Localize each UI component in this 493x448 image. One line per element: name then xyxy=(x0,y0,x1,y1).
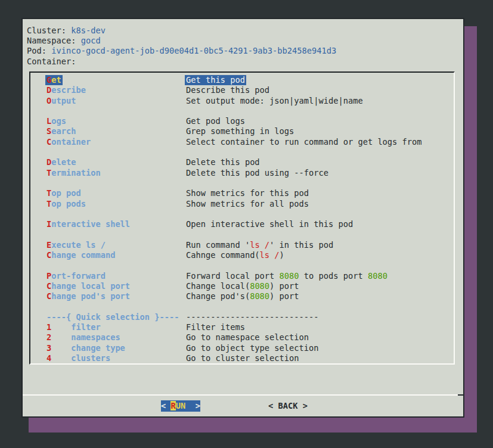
menu-item-describe[interactable]: DescribeDescribe this pod xyxy=(30,85,454,95)
menu-item-name: Termination xyxy=(45,168,102,178)
menu-item-name: 1 filter xyxy=(45,322,102,332)
menu-item-description: Go to object type selection xyxy=(185,343,320,353)
menu-item-description: Cahnge command(ls /) xyxy=(185,250,286,260)
cluster-label: Cluster: xyxy=(27,26,71,35)
menu-item-description: Go to cluster selection xyxy=(185,353,300,363)
menu-item-port-forward[interactable]: Port-forwardForward local port 8080 to p… xyxy=(30,271,454,281)
menu-item-name: Logs xyxy=(45,116,67,126)
menu-item-name: Port-forward xyxy=(45,271,107,281)
menu-item-hotkey: 2 xyxy=(46,332,51,342)
terminal-screen: Cluster:k8s-dev Namespace:gocd Pod:ivinc… xyxy=(0,0,493,448)
menu-item-name: Change pod's port xyxy=(45,291,131,301)
menu-item-search[interactable]: SearchGrep something in logs xyxy=(30,126,454,136)
back-button[interactable]: < BACK > xyxy=(268,400,308,412)
menu-item-name: Output xyxy=(45,96,77,106)
menu-item-change-pods-port[interactable]: Change pod's portChange pod's(8080) port xyxy=(30,291,454,301)
menu-item-description: Set output mode: json|yaml|wide|name xyxy=(185,96,364,106)
menu-row-blank xyxy=(30,106,454,116)
menu-item-name: Interactive shell xyxy=(45,219,131,229)
menu-item-execute-ls[interactable]: Execute ls /Run command 'ls /' in this p… xyxy=(30,240,454,250)
menu-item-delete[interactable]: DeleteDelete this pod xyxy=(30,157,454,167)
pod-line: Pod:ivinco-gocd-agent-job-d90e04d1-0bc5-… xyxy=(27,46,336,56)
menu-item-description: Show metrics for this pod xyxy=(185,188,310,198)
menu-item-description: Get this pod xyxy=(185,75,246,85)
menu-row-blank xyxy=(30,209,454,219)
menu-item-top-pod[interactable]: Top podShow metrics for this pod xyxy=(30,188,454,198)
menu-item-name: Change local port xyxy=(45,281,131,291)
menu-item-termination[interactable]: TerminationDelete this pod using --force xyxy=(30,168,454,178)
menu-item-name: Top pod xyxy=(45,188,82,198)
menu-item-quick-clusters[interactable]: 4 clustersGo to cluster selection xyxy=(30,353,454,363)
context-header: Cluster:k8s-dev Namespace:gocd Pod:ivinc… xyxy=(27,26,336,67)
menu-item-description: --------------------------- xyxy=(185,312,320,322)
menu-item-quick-filter[interactable]: 1 filterFilter items xyxy=(30,322,454,332)
menu-item-description: Change local(8080) port xyxy=(185,281,300,291)
menu-item-hotkey: P xyxy=(46,271,51,281)
menu-item-description: Open interactive shell in this pod xyxy=(185,219,354,229)
menu-item-name: Get xyxy=(45,75,63,85)
menu-item-description: Change pod's(8080) port xyxy=(185,291,300,301)
menu-item-change-command[interactable]: Change commandCahnge command(ls /) xyxy=(30,250,454,260)
menu-item-description: Describe this pod xyxy=(185,85,271,95)
menu-item-description: Filter items xyxy=(185,322,246,332)
menu-item-description: Forward local port 8080 to pods port 808… xyxy=(185,271,389,281)
menu-item-name: Top pods xyxy=(45,199,87,209)
menu-item-name: Change command xyxy=(45,250,116,260)
menu-item-quick-namespaces[interactable]: 2 namespacesGo to namespace selection xyxy=(30,332,454,343)
menu-item-container[interactable]: ContainerSelect container to run command… xyxy=(30,137,454,147)
menu-item-hotkey: I xyxy=(46,219,51,229)
menu-item-hotkey: C xyxy=(46,281,51,291)
container-label: Container: xyxy=(27,57,81,66)
menu-item-hotkey: O xyxy=(46,96,51,105)
menu-item-description: Show metrics for all pods xyxy=(185,199,310,209)
menu-row-blank xyxy=(30,147,454,157)
menu-item-name: 4 clusters xyxy=(45,353,111,363)
menu-item-hotkey: G xyxy=(46,75,51,85)
menu-item-description: Delete this pod using --force xyxy=(185,168,330,178)
pod-actions-dialog: Cluster:k8s-dev Namespace:gocd Pod:ivinc… xyxy=(21,18,464,418)
menu-item-name: Delete xyxy=(45,157,77,167)
run-button[interactable]: < RUN > xyxy=(161,400,200,412)
menu-row-blank xyxy=(30,229,454,239)
menu-item-hotkey: C xyxy=(46,250,51,260)
menu-item-description: Get pod logs xyxy=(185,116,246,126)
run-button-hotkey: R xyxy=(170,401,175,410)
menu-item-name: 2 namespaces xyxy=(45,332,122,343)
menu-item-top-pods[interactable]: Top podsShow metrics for all pods xyxy=(30,199,454,209)
menu-item-hotkey: 4 xyxy=(46,353,51,363)
menu-item-hotkey: S xyxy=(46,126,51,136)
menu-item-hotkey: D xyxy=(46,157,51,167)
menu-item-interactive-shell[interactable]: Interactive shellOpen interactive shell … xyxy=(30,219,454,229)
menu-row-blank xyxy=(30,302,454,312)
container-line: Container: xyxy=(27,57,336,67)
menu-item-hotkey: T xyxy=(46,199,51,209)
menu-item-hotkey: 1 xyxy=(46,322,51,332)
run-button-prefix: < xyxy=(161,401,170,410)
menu-row-blank xyxy=(30,260,454,270)
pod-value: ivinco-gocd-agent-job-d90e04d1-0bc5-4291… xyxy=(51,46,336,55)
namespace-label: Namespace: xyxy=(27,36,81,45)
menu-item-hotkey: T xyxy=(46,168,51,178)
run-button-suffix: > xyxy=(185,401,200,410)
cluster-value: k8s-dev xyxy=(71,26,106,35)
menu-item-quick-selection-header: ----{ Quick selection }-----------------… xyxy=(30,312,454,322)
namespace-value: gocd xyxy=(81,36,101,45)
menu-item-hotkey: C xyxy=(46,137,51,147)
menu-item-change-local-port[interactable]: Change local portChange local(8080) port xyxy=(30,281,454,291)
run-button-rest: UN xyxy=(176,401,185,410)
menu-item-hotkey: C xyxy=(46,291,51,301)
menu-item-description: Select container to run command or get l… xyxy=(185,137,423,147)
menu-item-hotkey: T xyxy=(46,188,51,198)
menu-item-get[interactable]: GetGet this pod xyxy=(30,75,454,85)
menu-item-hotkey: 3 xyxy=(46,343,51,353)
cluster-line: Cluster:k8s-dev xyxy=(27,26,336,36)
menu-item-quick-change-type[interactable]: 3 change typeGo to object type selection xyxy=(30,343,454,353)
namespace-line: Namespace:gocd xyxy=(27,36,336,46)
menu-item-logs[interactable]: LogsGet pod logs xyxy=(30,116,454,126)
menu-item-name: Execute ls / xyxy=(45,240,107,250)
menu-item-hotkey: D xyxy=(46,85,51,95)
menu-item-output[interactable]: OutputSet output mode: json|yaml|wide|na… xyxy=(30,96,454,106)
menu-item-name: Describe xyxy=(45,85,87,95)
menu-row-blank xyxy=(30,178,454,188)
menu-item-description: Delete this pod xyxy=(185,157,261,167)
